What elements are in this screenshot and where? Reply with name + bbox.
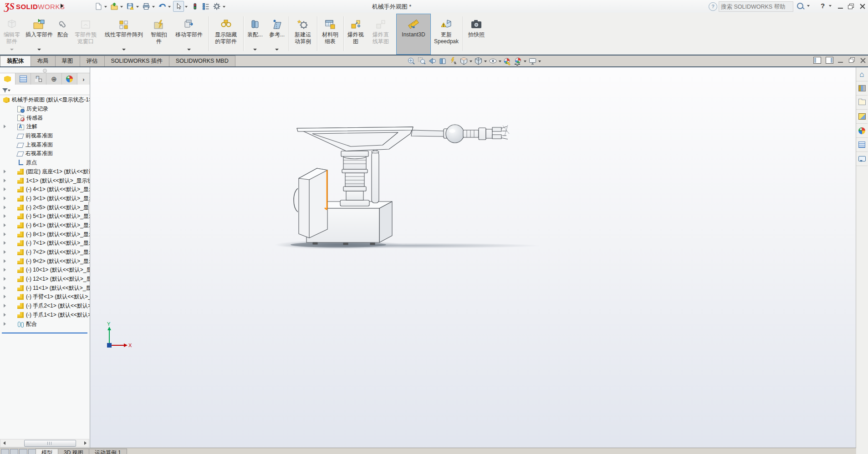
tree-item[interactable]: (-) 3<1> (默认<<默认>_显示状	[0, 194, 90, 203]
ribbon-move-component-button[interactable]: 移动零部件	[171, 14, 207, 53]
help-caret-icon[interactable]	[829, 5, 832, 8]
forum-button[interactable]	[856, 152, 868, 166]
search-icon[interactable]	[796, 2, 805, 11]
first-tab-nav-button[interactable]	[1, 449, 9, 454]
dropdown-caret-icon[interactable]	[122, 49, 126, 52]
expand-arrow-icon[interactable]	[4, 322, 6, 326]
tabs-overflow-button[interactable]	[77, 73, 90, 85]
expand-arrow-icon[interactable]	[4, 259, 6, 263]
tree-item[interactable]: 右视基准面	[0, 149, 90, 158]
options-list-button[interactable]	[201, 1, 211, 11]
tree-item[interactable]: (-) 8<1> (默认<<默认>_显示状	[0, 230, 90, 239]
scroll-right-arrow-icon[interactable]	[82, 440, 89, 446]
prev-tab-nav-button[interactable]	[10, 449, 18, 454]
new-file-caret-icon[interactable]	[104, 6, 107, 9]
ribbon-new-motion-study-button[interactable]: 新建运动算例	[291, 14, 315, 53]
model-canvas[interactable]: Y X	[90, 67, 856, 454]
ribbon-take-snapshot-button[interactable]: 拍快照	[465, 14, 488, 53]
command-tab[interactable]: 布局	[31, 55, 56, 66]
displaymanager-tab[interactable]	[62, 73, 77, 85]
view-orientation-caret-icon[interactable]	[470, 61, 472, 64]
dropdown-caret-icon[interactable]	[187, 49, 191, 52]
dropdown-caret-icon[interactable]	[10, 49, 14, 52]
ribbon-component-preview-button[interactable]: 零部件预览窗口	[72, 14, 99, 53]
display-style-caret-icon[interactable]	[484, 61, 487, 64]
undo-caret-icon[interactable]	[168, 6, 171, 9]
tree-item[interactable]: 配合	[0, 319, 90, 328]
model-piston[interactable]	[372, 147, 379, 203]
dimxpertmanager-tab[interactable]	[46, 73, 62, 85]
ribbon-smart-fasteners-button[interactable]: 智能扣件	[148, 14, 169, 53]
tree-item[interactable]: (-) 5<1> (默认<<默认>_显示状	[0, 212, 90, 221]
collapse-right-pane-icon[interactable]	[826, 57, 833, 64]
tree-item[interactable]: 注解	[0, 122, 90, 131]
expand-arrow-icon[interactable]	[4, 250, 6, 254]
previous-view-button[interactable]	[428, 56, 437, 66]
print-button[interactable]	[141, 1, 151, 11]
help-circle-icon[interactable]: ?	[709, 2, 717, 11]
tree-item[interactable]: (-) 9<2> (默认<<默认>_显示状	[0, 257, 90, 266]
tree-item[interactable]: (-) 手臂<1> (默认<<默认>_显	[0, 293, 90, 302]
ribbon-linear-pattern-button[interactable]: 线性零部件阵列	[101, 14, 147, 53]
apply-scene-caret-icon[interactable]	[524, 61, 526, 64]
open-file-button[interactable]	[109, 1, 119, 11]
zoom-to-fit-button[interactable]	[407, 56, 416, 66]
save-button[interactable]	[125, 1, 135, 11]
tree-item[interactable]: 前视基准面	[0, 131, 90, 141]
doc-minimize-button[interactable]	[838, 57, 844, 64]
tree-item[interactable]: (-) 4<1> (默认<<默认>_显示状	[0, 185, 90, 194]
dropdown-caret-icon[interactable]	[253, 49, 257, 52]
model-gripper[interactable]	[479, 125, 509, 140]
custom-properties-button[interactable]	[856, 138, 868, 152]
expand-arrow-icon[interactable]	[4, 241, 6, 245]
ribbon-explode-line-sketch-button[interactable]: 爆炸直线草图	[368, 14, 393, 53]
expand-arrow-icon[interactable]	[4, 223, 6, 227]
expand-arrow-icon[interactable]	[4, 268, 6, 272]
view-orientation-button[interactable]	[459, 56, 468, 66]
tree-horizontal-scrollbar[interactable]	[0, 439, 89, 447]
collapse-left-pane-icon[interactable]	[813, 57, 821, 64]
tree-filter-row[interactable]	[0, 85, 90, 95]
expand-arrow-icon[interactable]	[4, 125, 6, 128]
display-style-button[interactable]	[474, 56, 483, 66]
bottom-tab[interactable]: 3D 视图	[58, 449, 89, 454]
expand-arrow-icon[interactable]	[4, 197, 6, 200]
dynamic-annotation-button[interactable]	[449, 56, 458, 66]
resources-home-button[interactable]	[856, 67, 868, 81]
ribbon-insert-component-button[interactable]: 插入零部件	[25, 14, 54, 53]
bottom-tab[interactable]: 模型	[36, 449, 58, 454]
select-tool-button[interactable]	[173, 1, 184, 12]
file-explorer-button[interactable]	[856, 96, 868, 110]
graphics-viewport[interactable]: Y X	[90, 67, 856, 454]
expand-arrow-icon[interactable]	[4, 179, 6, 182]
expand-arrow-icon[interactable]	[4, 187, 6, 191]
tree-item[interactable]: (-) 12<1> (默认<<默认>_显示	[0, 275, 90, 284]
view-settings-button[interactable]	[528, 56, 537, 66]
tree-item[interactable]: 1<1> (默认<<默认>_显示状态	[0, 176, 90, 185]
tree-item[interactable]: 原点	[0, 158, 90, 167]
dropdown-caret-icon[interactable]	[275, 49, 279, 52]
scrollbar-thumb[interactable]	[24, 440, 76, 447]
model-side-column[interactable]	[294, 168, 327, 238]
tree-item[interactable]: (-) 6<1> (默认<<默认>_显示状	[0, 221, 90, 230]
new-file-button[interactable]	[93, 1, 103, 11]
command-tab[interactable]: SOLIDWORKS 插件	[104, 55, 169, 66]
rebuild-button[interactable]	[190, 1, 200, 11]
featuremanager-tab[interactable]	[0, 73, 15, 85]
scroll-left-arrow-icon[interactable]	[0, 440, 7, 446]
tree-item[interactable]: (-) 11<1> (默认<<默认>_显示	[0, 283, 90, 293]
ribbon-mate-button[interactable]: 配合	[55, 14, 71, 53]
expand-arrow-icon[interactable]	[4, 313, 6, 317]
tree-item[interactable]: (-) 7<2> (默认<<默认>_显示状	[0, 248, 90, 257]
help-search-input[interactable]	[719, 2, 797, 11]
expand-arrow-icon[interactable]	[4, 214, 6, 218]
expand-arrow-icon[interactable]	[4, 295, 6, 298]
ribbon-update-speedpak-button[interactable]: 更新Speedpak	[432, 14, 461, 53]
tree-item[interactable]: (-) 手爪1<1> (默认<<默认>_	[0, 311, 90, 320]
tree-item[interactable]: 历史记录	[0, 105, 90, 114]
save-caret-icon[interactable]	[136, 6, 139, 9]
filter-caret-icon[interactable]	[8, 90, 10, 93]
ribbon-bom-button[interactable]: 材料明细表	[319, 14, 342, 53]
settings-button[interactable]	[212, 1, 222, 11]
model-rotary-column[interactable]	[340, 151, 369, 206]
